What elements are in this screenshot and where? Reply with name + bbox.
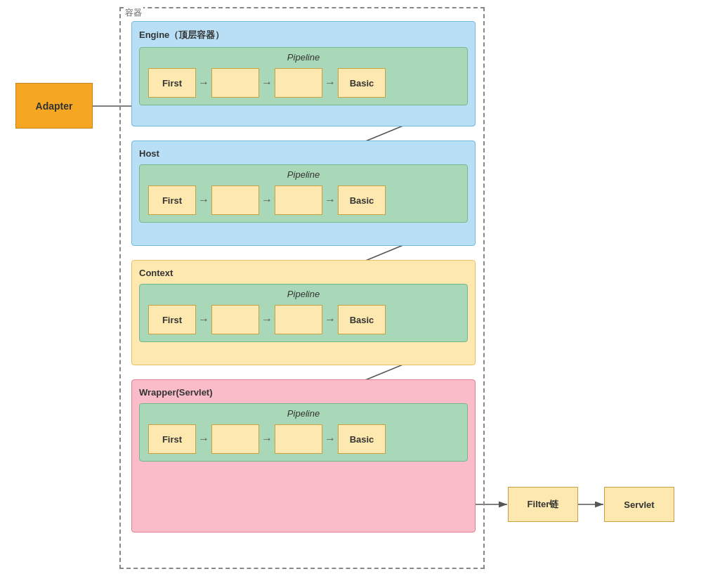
engine-pipeline: Pipeline First Basic xyxy=(139,47,468,105)
wrapper-label: Wrapper(Servlet) xyxy=(139,387,468,398)
filter-chain-box: Filter链 xyxy=(508,487,578,522)
engine-pipeline-label: Pipeline xyxy=(145,52,462,63)
context-pipeline-label: Pipeline xyxy=(145,289,462,299)
engine-basic-node: Basic xyxy=(338,68,386,98)
wrapper-pipeline: Pipeline First Basic xyxy=(139,403,468,462)
engine-first-node: First xyxy=(148,68,196,98)
host-pipeline: Pipeline First Basic xyxy=(139,164,468,223)
host-pipeline-nodes: First Basic xyxy=(145,185,462,215)
host-node2 xyxy=(211,185,259,215)
servlet-box: Servlet xyxy=(604,487,674,522)
host-section: Host Pipeline First Basic xyxy=(131,141,476,246)
context-node3 xyxy=(275,305,322,334)
host-arrow3 xyxy=(325,194,336,207)
host-pipeline-label: Pipeline xyxy=(145,169,462,180)
servlet-label: Servlet xyxy=(624,499,654,510)
engine-node3 xyxy=(275,68,322,98)
wrapper-arrow3 xyxy=(325,433,336,445)
wrapper-node2 xyxy=(211,424,259,454)
engine-arrow3 xyxy=(325,77,336,89)
filter-chain-label: Filter链 xyxy=(528,498,559,511)
canvas: Adapter 容器 Engine（顶层容器） Pipeline First xyxy=(0,0,720,588)
engine-label: Engine（顶层容器） xyxy=(139,29,468,41)
wrapper-basic-node: Basic xyxy=(338,424,386,454)
context-section: Context Pipeline First Basic xyxy=(131,260,476,365)
context-label: Context xyxy=(139,268,468,278)
wrapper-node3 xyxy=(275,424,322,454)
context-pipeline: Pipeline First Basic xyxy=(139,284,468,342)
engine-arrow2 xyxy=(261,77,273,89)
wrapper-arrow1 xyxy=(198,433,209,445)
engine-pipeline-nodes: First Basic xyxy=(145,68,462,98)
wrapper-pipeline-nodes: First Basic xyxy=(145,424,462,454)
context-arrow3 xyxy=(325,313,336,326)
wrapper-pipeline-label: Pipeline xyxy=(145,408,462,419)
context-arrow1 xyxy=(198,313,209,326)
wrapper-arrow2 xyxy=(261,433,273,445)
context-arrow2 xyxy=(261,313,273,326)
wrapper-first-node: First xyxy=(148,424,196,454)
context-basic-node: Basic xyxy=(338,305,386,334)
host-node3 xyxy=(275,185,322,215)
host-arrow1 xyxy=(198,194,209,207)
main-container: 容器 Engine（顶层容器） Pipeline First Basic xyxy=(119,7,485,569)
host-arrow2 xyxy=(261,194,273,207)
container-label: 容器 xyxy=(124,7,143,19)
host-label: Host xyxy=(139,148,468,159)
context-node2 xyxy=(211,305,259,334)
host-basic-node: Basic xyxy=(338,185,386,215)
context-first-node: First xyxy=(148,305,196,334)
engine-arrow1 xyxy=(198,77,209,89)
adapter-box: Adapter xyxy=(15,83,93,129)
context-pipeline-nodes: First Basic xyxy=(145,305,462,334)
adapter-label: Adapter xyxy=(36,100,73,112)
engine-section: Engine（顶层容器） Pipeline First Basic xyxy=(131,21,476,126)
engine-node2 xyxy=(211,68,259,98)
host-first-node: First xyxy=(148,185,196,215)
wrapper-section: Wrapper(Servlet) Pipeline First Basic xyxy=(131,379,476,533)
